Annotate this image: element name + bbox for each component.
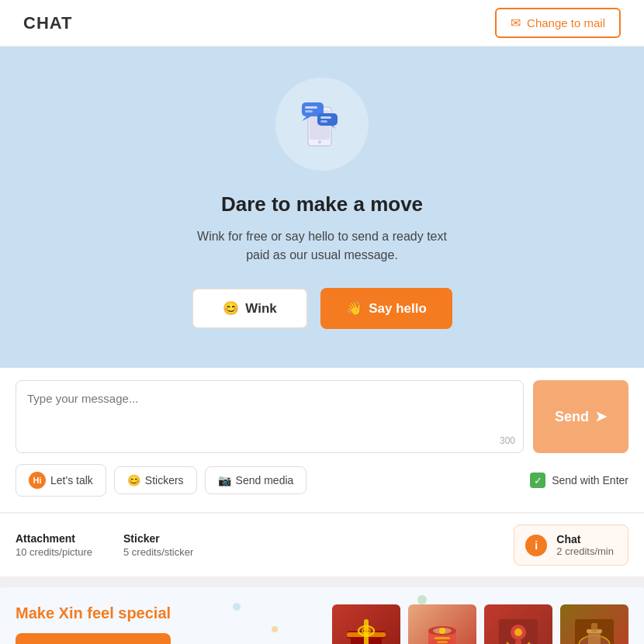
attachment-label: Attachment xyxy=(16,532,92,545)
wink-button[interactable]: 😊 Wink xyxy=(192,288,308,329)
send-media-label: Send media xyxy=(236,474,294,486)
chat-label: Chat xyxy=(556,533,614,545)
message-input-wrapper: 300 Send ➤ xyxy=(16,380,628,453)
change-to-mail-label: Change to mail xyxy=(527,16,605,29)
chat-credit-text: Chat 2 credits/min xyxy=(556,533,614,557)
say-hello-emoji: 👋 xyxy=(346,300,362,317)
gift-svg-3 xyxy=(495,615,542,644)
hero-buttons: 😊 Wink 👋 Say hello xyxy=(16,288,628,329)
wink-label: Wink xyxy=(245,301,276,317)
gift-images xyxy=(332,604,628,644)
attachment-credit: Attachment 10 credits/picture xyxy=(16,532,92,558)
gift-svg-4 xyxy=(571,615,618,644)
svg-rect-27 xyxy=(515,640,521,644)
gift-title: Make Xin feel special xyxy=(16,604,171,622)
say-hello-label: Say hello xyxy=(369,301,427,317)
message-input-box: 300 xyxy=(16,380,524,453)
chat-credit-box: i Chat 2 credits/min xyxy=(514,525,628,566)
send-media-icon: 📷 xyxy=(218,474,231,486)
char-count: 300 xyxy=(500,435,515,446)
sticker-credit: Sticker 5 credits/sticker xyxy=(123,532,193,558)
svg-point-26 xyxy=(514,628,522,636)
gift-left: Make Xin feel special Choose a virtual g… xyxy=(16,604,171,644)
svg-rect-10 xyxy=(320,120,327,123)
stickers-icon: 😊 xyxy=(127,474,140,486)
svg-rect-13 xyxy=(364,619,369,644)
say-hello-button[interactable]: 👋 Say hello xyxy=(320,288,452,329)
send-with-enter-label: Send with Enter xyxy=(552,474,628,486)
lets-talk-label: Let's talk xyxy=(50,474,93,486)
attachment-value: 10 credits/picture xyxy=(16,546,92,558)
change-to-mail-button[interactable]: ✉ Change to mail xyxy=(495,8,621,38)
hero-section: Dare to make a move Wink for free or say… xyxy=(0,47,644,368)
mail-icon: ✉ xyxy=(511,16,521,30)
wink-emoji: 😊 xyxy=(223,300,239,317)
send-media-button[interactable]: 📷 Send media xyxy=(205,466,307,494)
hero-subtitle: Wink for free or say hello to send a rea… xyxy=(190,227,454,265)
hero-icon xyxy=(275,78,369,171)
gift-image-2[interactable] xyxy=(408,604,476,644)
gift-section: Make Xin feel special Choose a virtual g… xyxy=(0,587,644,644)
gift-image-3[interactable] xyxy=(484,604,552,644)
send-with-enter-checkbox[interactable]: ✓ xyxy=(530,473,545,488)
svg-rect-9 xyxy=(320,116,331,119)
info-icon: i xyxy=(525,535,547,556)
svg-rect-7 xyxy=(317,113,338,126)
message-area: 300 Send ➤ Hi Let's talk 😊 Stickers 📷 Se… xyxy=(0,368,644,513)
gift-image-1[interactable] xyxy=(332,604,400,644)
svg-rect-22 xyxy=(435,637,450,639)
gift-image-4[interactable] xyxy=(560,604,628,644)
gift-svg-2 xyxy=(419,615,466,644)
svg-marker-8 xyxy=(331,126,336,129)
dot-3 xyxy=(417,595,427,604)
send-button[interactable]: Send ➤ xyxy=(533,380,628,453)
lets-talk-icon: Hi xyxy=(29,472,46,489)
hero-svg xyxy=(291,93,353,155)
gift-svg-1 xyxy=(343,615,390,644)
stickers-button[interactable]: 😊 Stickers xyxy=(114,466,197,494)
page-title: CHAT xyxy=(23,13,72,33)
svg-rect-33 xyxy=(591,623,597,632)
svg-rect-6 xyxy=(305,110,313,113)
credits-info: Attachment 10 credits/picture Sticker 5 … xyxy=(0,513,644,576)
svg-point-21 xyxy=(439,628,445,634)
svg-rect-23 xyxy=(437,641,448,643)
chat-bubbles-icon xyxy=(291,93,353,155)
send-label: Send xyxy=(555,409,589,425)
hero-title: Dare to make a move xyxy=(16,192,628,216)
sticker-label: Sticker xyxy=(123,532,193,545)
choose-gift-button[interactable]: Choose a virtual gift xyxy=(16,633,171,644)
toolbar: Hi Let's talk 😊 Stickers 📷 Send media ✓ … xyxy=(16,464,628,497)
chat-value: 2 credits/min xyxy=(556,545,614,557)
gift-header: Make Xin feel special Choose a virtual g… xyxy=(16,604,628,644)
dot-1 xyxy=(233,603,241,611)
header: CHAT ✉ Change to mail xyxy=(0,0,644,47)
send-with-enter-wrapper: ✓ Send with Enter xyxy=(530,473,628,488)
stickers-label: Stickers xyxy=(145,474,184,486)
message-input[interactable] xyxy=(27,392,512,431)
svg-point-2 xyxy=(318,140,321,144)
sticker-value: 5 credits/sticker xyxy=(123,546,193,558)
svg-rect-5 xyxy=(305,106,317,109)
send-arrow-icon: ➤ xyxy=(595,408,607,425)
lets-talk-button[interactable]: Hi Let's talk xyxy=(16,464,106,497)
dot-2 xyxy=(272,626,278,632)
